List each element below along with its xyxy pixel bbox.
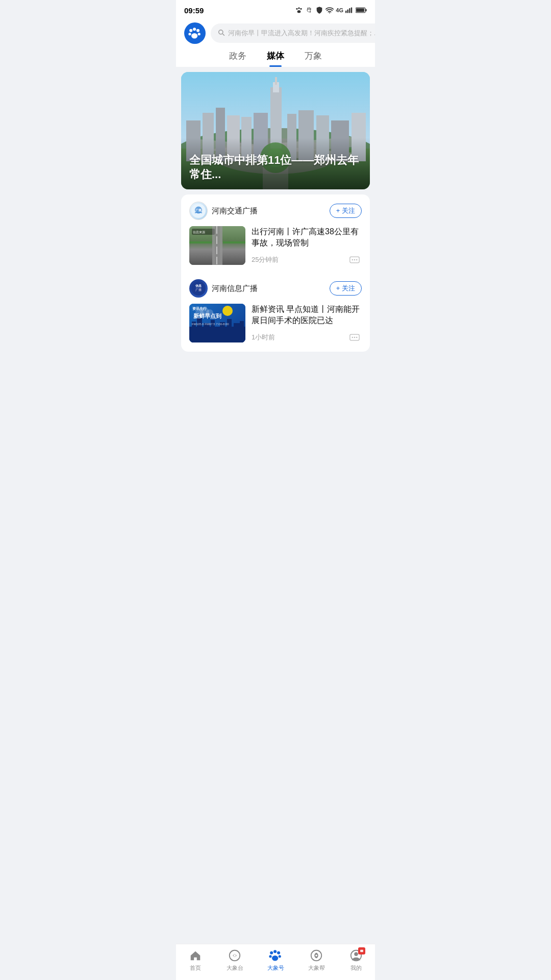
card-1-info: 出行河南丨许广高速38公里有事故，现场管制 25分钟前 xyxy=(252,226,362,265)
card-2-meta: 1小时前 xyxy=(252,332,362,342)
more-icon-1 xyxy=(349,256,360,264)
tab-life[interactable]: 万象 xyxy=(305,50,322,67)
status-bar: 09:59 4G xyxy=(176,0,375,18)
svg-text:广播: 广播 xyxy=(195,208,202,212)
svg-point-1 xyxy=(298,7,300,9)
svg-point-77 xyxy=(222,306,233,316)
card-2-source-name: 河南信息广播 xyxy=(212,284,258,293)
svg-point-60 xyxy=(356,259,358,261)
signal-icon xyxy=(345,7,354,13)
card-1-thumb: 信息来源 xyxy=(189,226,245,265)
media-card-2[interactable]: 信息 广播 河南信息广播 + 关注 xyxy=(181,272,370,350)
svg-rect-68 xyxy=(204,323,210,342)
card-1-more-btn[interactable] xyxy=(347,255,362,265)
hero-caption-text: 全国城市中排第11位——郑州去年常住... xyxy=(189,153,362,182)
wifi-icon xyxy=(325,7,334,13)
card-2-thumb: 资讯先行 新鲜早点到 FM105.6 FM97.5 7:00-8:00 xyxy=(189,304,245,342)
hero-banner[interactable]: 全国城市中排第11位——郑州去年常住... xyxy=(181,72,370,189)
svg-text:广播: 广播 xyxy=(195,288,202,291)
svg-rect-49 xyxy=(216,226,217,234)
svg-rect-51 xyxy=(216,247,217,254)
svg-rect-7 xyxy=(349,8,350,13)
svg-rect-6 xyxy=(347,9,348,13)
card-1-header: 广播 河南交通广播 + 关注 xyxy=(189,202,362,220)
card-2-info: 新鲜资讯 早点知道丨河南能开展日间手术的医院已达 1小时前 xyxy=(252,304,362,342)
card-1-time: 25分钟前 xyxy=(252,255,279,264)
svg-point-82 xyxy=(352,337,354,338)
card-1-content: 信息来源 出行河南丨许广高速38公里有事故，现场管制 25分钟前 xyxy=(189,226,362,272)
card-2-follow-btn[interactable]: + 关注 xyxy=(330,281,362,296)
svg-rect-73 xyxy=(240,321,244,342)
svg-point-16 xyxy=(191,33,197,38)
app-logo[interactable] xyxy=(184,22,206,44)
tab-politics[interactable]: 政务 xyxy=(229,50,246,67)
svg-text:信息来源: 信息来源 xyxy=(193,231,205,234)
svg-rect-33 xyxy=(275,77,277,85)
hero-caption: 全国城市中排第11位——郑州去年常住... xyxy=(181,138,370,189)
svg-point-0 xyxy=(296,8,298,10)
paw-status-icon xyxy=(295,6,303,14)
svg-point-17 xyxy=(198,33,201,35)
search-placeholder-text: 河南你早丨甲流进入高发期！河南疾控紧急提醒；... xyxy=(228,29,375,38)
svg-rect-47 xyxy=(212,226,222,265)
card-1-title: 出行河南丨许广高速38公里有事故，现场管制 xyxy=(252,226,362,249)
svg-rect-50 xyxy=(216,236,217,244)
header: 河南你早丨甲流进入高发期！河南疾控紧急提醒；... xyxy=(176,18,375,44)
card-2-content: 资讯先行 新鲜早点到 FM105.6 FM97.5 7:00-8:00 新鲜资讯… xyxy=(189,304,362,350)
svg-point-3 xyxy=(297,10,301,13)
svg-point-83 xyxy=(354,337,356,338)
svg-line-19 xyxy=(222,34,224,36)
svg-rect-11 xyxy=(356,8,364,12)
search-bar[interactable]: 河南你早丨甲流进入高发期！河南疾控紧急提醒；... xyxy=(211,23,375,43)
card-1-source[interactable]: 广播 河南交通广播 xyxy=(189,202,258,220)
hand-status-icon xyxy=(305,6,313,14)
svg-point-59 xyxy=(354,259,356,261)
card-2-source[interactable]: 信息 广播 河南信息广播 xyxy=(189,279,258,298)
svg-point-13 xyxy=(193,28,196,31)
svg-rect-52 xyxy=(216,257,217,264)
svg-point-18 xyxy=(219,30,223,34)
info-radio-logo: 信息 广播 xyxy=(191,281,206,296)
card-1-meta: 25分钟前 xyxy=(252,255,362,265)
battery-icon xyxy=(356,7,367,13)
media-cards-container: 广播 河南交通广播 + 关注 xyxy=(181,194,370,352)
svg-text:新鲜早点到: 新鲜早点到 xyxy=(193,313,221,319)
svg-text:资讯先行: 资讯先行 xyxy=(192,306,207,310)
svg-text:FM105.6  FM97.5  7:00-8:00: FM105.6 FM97.5 7:00-8:00 xyxy=(192,323,229,326)
tab-media[interactable]: 媒体 xyxy=(267,50,284,67)
svg-rect-48 xyxy=(215,226,220,265)
card-2-header: 信息 广播 河南信息广播 + 关注 xyxy=(189,279,362,298)
road-thumb-svg: 信息来源 xyxy=(189,226,245,265)
svg-rect-8 xyxy=(351,7,352,13)
svg-point-58 xyxy=(352,259,354,261)
svg-rect-72 xyxy=(234,323,240,342)
svg-rect-67 xyxy=(197,318,202,342)
verified-status-icon xyxy=(315,6,323,14)
card-2-time: 1小时前 xyxy=(252,333,275,342)
svg-point-15 xyxy=(188,33,191,35)
svg-text:信息: 信息 xyxy=(195,284,202,287)
svg-point-14 xyxy=(196,29,199,32)
logo-paw-icon xyxy=(188,27,202,40)
svg-rect-53 xyxy=(189,241,212,243)
tabs-bar: 政务 媒体 万象 xyxy=(176,44,375,67)
svg-rect-5 xyxy=(345,11,346,13)
card-2-more-btn[interactable] xyxy=(347,332,362,342)
road-thumbnail: 信息来源 xyxy=(189,226,245,265)
source-logo-traffic: 广播 xyxy=(189,202,208,220)
card-1-follow-btn[interactable]: + 关注 xyxy=(330,204,362,218)
status-icons: 4G xyxy=(295,6,367,14)
svg-rect-54 xyxy=(223,241,245,243)
svg-point-4 xyxy=(329,12,330,13)
card-2-title: 新鲜资讯 早点知道丨河南能开展日间手术的医院已达 xyxy=(252,304,362,327)
svg-point-12 xyxy=(189,29,192,32)
svg-point-2 xyxy=(300,8,302,10)
source-logo-info: 信息 广播 xyxy=(189,279,208,298)
traffic-radio-logo: 广播 xyxy=(191,204,206,218)
radio-thumbnail: 资讯先行 新鲜早点到 FM105.6 FM97.5 7:00-8:00 xyxy=(189,304,245,342)
network-label: 4G xyxy=(336,7,343,13)
svg-point-84 xyxy=(356,337,358,338)
media-card-1[interactable]: 广播 河南交通广播 + 关注 xyxy=(181,194,370,272)
svg-rect-10 xyxy=(365,9,366,12)
search-icon xyxy=(218,29,225,38)
